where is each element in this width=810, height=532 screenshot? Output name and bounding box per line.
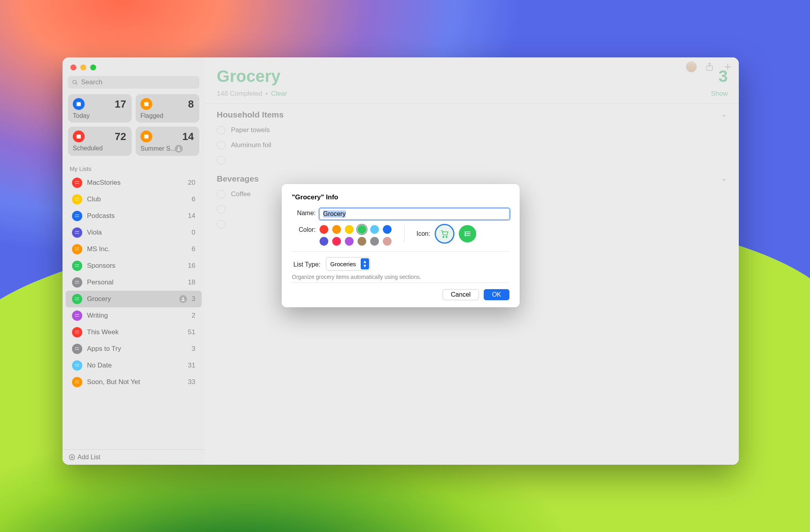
zoom-window-button[interactable]	[90, 64, 96, 70]
sidebar-list-apps-to-try[interactable]: Apps to Try 3	[66, 341, 202, 357]
color-swatch[interactable]	[370, 225, 379, 234]
list-color-icon	[72, 194, 82, 204]
add-list-button[interactable]: Add List	[62, 449, 205, 465]
svg-point-46	[75, 347, 76, 348]
list-color-icon	[72, 327, 82, 337]
svg-rect-20	[77, 233, 79, 233]
color-swatch[interactable]	[358, 237, 366, 246]
list-name: MS Inc.	[87, 245, 187, 253]
svg-point-34	[75, 299, 76, 300]
svg-rect-1	[144, 102, 149, 106]
list-count: 18	[188, 278, 195, 286]
color-swatch[interactable]	[332, 237, 341, 246]
svg-point-42	[75, 331, 76, 331]
svg-rect-2	[77, 134, 81, 138]
cancel-button[interactable]: Cancel	[443, 289, 479, 300]
smart-list-flagged[interactable]: 8 Flagged	[136, 94, 199, 123]
list-name: Viola	[87, 229, 187, 237]
sidebar-list-ms-inc-[interactable]: MS Inc. 6	[66, 241, 202, 257]
sun-icon	[140, 131, 152, 142]
svg-rect-52	[77, 364, 79, 365]
icon-label: Icon:	[416, 230, 430, 237]
color-swatch[interactable]	[345, 225, 354, 234]
minimize-window-button[interactable]	[80, 64, 86, 70]
svg-rect-8	[77, 183, 79, 184]
list-name-input[interactable]	[320, 208, 509, 220]
sidebar-list-macstories[interactable]: MacStories 20	[66, 174, 202, 191]
svg-point-9	[75, 198, 76, 199]
svg-point-14	[75, 216, 76, 217]
list-count: 3	[192, 345, 195, 353]
svg-rect-49	[77, 349, 79, 350]
color-swatch[interactable]	[370, 237, 379, 246]
add-list-label: Add List	[78, 454, 100, 461]
list-info-sheet: "Grocery" Info Name: Color: Icon: List T…	[282, 184, 520, 307]
color-label: Color:	[292, 225, 316, 233]
list-color-icon	[72, 227, 82, 238]
svg-rect-32	[77, 283, 79, 283]
color-swatch[interactable]	[358, 225, 366, 234]
color-swatch[interactable]	[383, 225, 392, 234]
list-count: 31	[188, 362, 195, 369]
color-swatch[interactable]	[320, 237, 328, 246]
sidebar-list-grocery[interactable]: Grocery 3	[66, 291, 202, 307]
icon-choice-cart[interactable]	[436, 225, 453, 242]
svg-point-13	[75, 214, 76, 215]
sidebar-list-podcasts[interactable]: Podcasts 14	[66, 208, 202, 224]
list-name: Club	[87, 195, 187, 203]
list-type-select[interactable]: Groceries ▲▼	[326, 257, 370, 271]
sidebar-list-personal[interactable]: Personal 18	[66, 274, 202, 291]
svg-rect-41	[77, 316, 79, 316]
list-color-icon	[72, 277, 82, 288]
smart-list-summer s...[interactable]: 14 Summer S...	[136, 127, 199, 156]
svg-point-25	[75, 264, 76, 265]
svg-point-17	[75, 231, 76, 232]
sidebar-list-this-week[interactable]: This Week 51	[66, 324, 202, 341]
svg-point-51	[75, 366, 76, 367]
color-swatch[interactable]	[332, 225, 341, 234]
svg-point-39	[75, 316, 76, 317]
sidebar-list-soon-but-not-yet[interactable]: Soon, But Not Yet 33	[66, 374, 202, 390]
sidebar-list-sponsors[interactable]: Sponsors 16	[66, 257, 202, 274]
svg-point-47	[75, 349, 76, 350]
list-type-value: Groceries	[326, 259, 360, 269]
smart-list-scheduled[interactable]: 72 Scheduled	[68, 127, 132, 156]
svg-point-6	[75, 183, 76, 184]
svg-rect-11	[77, 198, 79, 199]
icon-choice-list[interactable]	[459, 225, 476, 242]
list-name: Sponsors	[87, 262, 183, 270]
color-swatch[interactable]	[345, 237, 354, 246]
list-color-icon	[72, 360, 82, 371]
sidebar-list-viola[interactable]: Viola 0	[66, 224, 202, 241]
svg-rect-15	[77, 215, 79, 215]
smart-list-today[interactable]: 17 Today	[68, 94, 132, 123]
svg-point-62	[465, 231, 466, 232]
list-name: Apps to Try	[87, 345, 187, 353]
sidebar-list-club[interactable]: Club 6	[66, 191, 202, 208]
sidebar-list-no-date[interactable]: No Date 31	[66, 357, 202, 374]
list-color-icon	[72, 377, 82, 387]
list-color-icon	[72, 261, 82, 271]
svg-point-29	[75, 281, 76, 282]
window-controls	[62, 57, 205, 74]
list-name: Grocery	[87, 295, 177, 303]
list-type-label: List Type:	[292, 260, 320, 268]
svg-rect-36	[77, 299, 79, 300]
ok-button[interactable]: OK	[484, 289, 509, 300]
sidebar-list-writing[interactable]: Writing 2	[66, 307, 202, 324]
list-color-icon	[72, 294, 82, 304]
search-input[interactable]: Search	[68, 76, 199, 89]
svg-point-5	[75, 181, 76, 182]
svg-rect-45	[77, 333, 79, 333]
color-swatch[interactable]	[320, 225, 328, 234]
svg-point-10	[75, 200, 76, 201]
svg-rect-53	[77, 366, 79, 366]
svg-point-64	[465, 235, 466, 236]
list-color-icon	[72, 244, 82, 254]
color-swatch[interactable]	[383, 237, 392, 246]
svg-point-55	[75, 382, 76, 383]
svg-point-50	[75, 364, 76, 365]
close-window-button[interactable]	[70, 64, 76, 70]
list-icon	[463, 229, 472, 238]
svg-rect-24	[77, 250, 79, 250]
